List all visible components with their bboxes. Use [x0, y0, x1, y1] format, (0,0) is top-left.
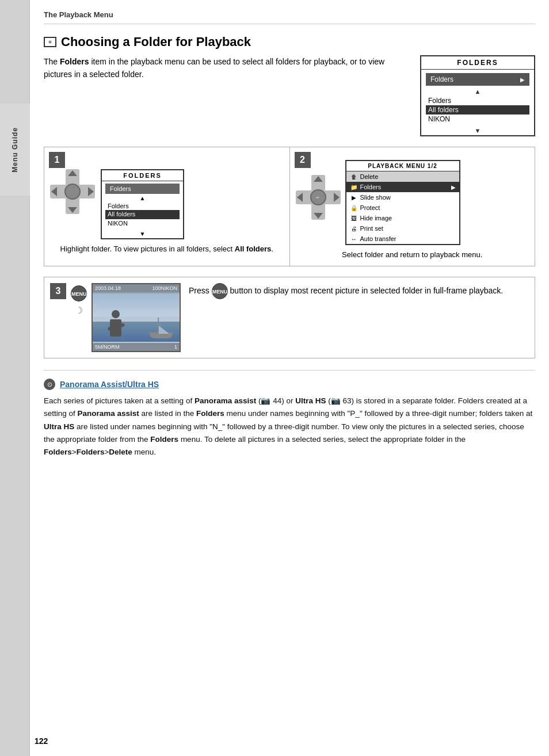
list-item: Folders	[426, 96, 529, 105]
folders-arrow-right: ▶	[520, 77, 525, 83]
dpad-up-arrow	[68, 170, 77, 176]
sidebar-tab: Menu Guide	[0, 104, 30, 196]
print-icon: 🖨	[350, 224, 358, 232]
hide-icon: 🖼	[350, 214, 358, 222]
folders-arrow-down: ▼	[421, 126, 534, 135]
panorama-bold-6: Folders	[150, 435, 178, 444]
fs-arrow-up: ▲	[102, 194, 183, 202]
panorama-bold-3: Panorama assist	[78, 409, 139, 418]
intro-bold: Folders	[60, 57, 89, 66]
step-3-left: 3 MENU ☽ 2003.04.18 100NIKON 15:35 0001.…	[50, 283, 181, 352]
intro-area: The Folders item in the playback menu ca…	[44, 55, 535, 136]
enter-icon: ↵	[171, 211, 177, 219]
cam-person	[105, 310, 126, 342]
dpad-right-arrow	[88, 187, 94, 196]
panorama-heading: ⊙ Panorama Assist/Ultra HS	[44, 379, 535, 390]
panorama-bold-5: Ultra HS	[44, 422, 74, 431]
dpad-down-arrow	[314, 213, 323, 219]
folders-preview-selected: Folders ▶	[426, 73, 529, 86]
step-1-content: FOLDERS Folders ▲ Folders All folders ↵ …	[50, 155, 284, 239]
step-2-number: 2	[295, 152, 311, 168]
header-title: The Playback Menu	[44, 10, 113, 19]
folders-selected-label: Folders	[430, 75, 453, 83]
intro-text: The Folders item in the playback menu ca…	[44, 55, 409, 136]
menu-btn-reference: MENU	[212, 283, 228, 299]
panorama-body: Each series of pictures taken at a setti…	[44, 395, 535, 459]
slideshow-icon: ▶	[350, 193, 358, 201]
menu-button: MENU	[71, 285, 87, 301]
fs-item-label: All folders	[108, 211, 135, 219]
folders-icon: 📁	[350, 183, 358, 191]
pb-label: Hide image	[360, 215, 456, 222]
step-3-number: 3	[50, 283, 66, 299]
list-item: NIKON	[426, 114, 529, 124]
cam-folder: 100NIKON	[152, 285, 177, 291]
pb-item-print: 🖨 Print set	[346, 223, 459, 234]
pb-label: Protect	[360, 204, 456, 211]
pb-item-slideshow: ▶ Slide show	[346, 192, 459, 203]
folders-arrow-up: ▲	[421, 87, 534, 96]
folders-preview-box: FOLDERS Folders ▶ ▲ Folders All folders …	[420, 55, 535, 136]
dpad-center-button: ↵	[310, 189, 326, 205]
dpad-center-button	[64, 184, 81, 200]
step-1-box: 1 FOLDERS Folders	[44, 147, 290, 266]
pb-title: PLAYBACK MENU 1/2	[346, 161, 459, 171]
cam-footer: 5M/NORM 1	[93, 343, 180, 351]
list-item: All folders	[426, 105, 529, 114]
sidebar: Menu Guide	[0, 0, 30, 756]
panorama-bold-7: Folders	[44, 448, 72, 456]
folders-list: Folders All folders NIKON	[421, 96, 534, 126]
fs-item: NIKON	[105, 219, 180, 227]
step-2-content: ↵ PLAYBACK MENU 1/2 🗑 Delete 📁 Folders ▶	[296, 156, 529, 245]
panorama-icon: ⊙	[44, 379, 55, 390]
step-3-caption: Press MENU button to display most recent…	[189, 283, 529, 299]
panorama-bold-2: Ultra HS	[295, 396, 326, 405]
pb-item-transfer: ↔ Auto transfer	[346, 234, 459, 244]
step-2-caption: Select folder and return to playback men…	[296, 250, 529, 260]
camera-preview-screen: 2003.04.18 100NIKON 15:35 0001.JPG	[92, 283, 181, 352]
folders-preview-title: FOLDERS	[421, 56, 534, 70]
fs-selected-item: Folders	[105, 184, 180, 194]
pb-label: Folders	[360, 184, 449, 190]
steps-row-1-2: 1 FOLDERS Folders	[44, 147, 535, 266]
dpad-right-arrow	[334, 193, 340, 202]
page-header: The Playback Menu	[44, 10, 535, 24]
section-icon-symbol: ≡	[48, 39, 51, 45]
dpad-left-arrow	[51, 187, 57, 196]
dpad-left-arrow	[297, 193, 303, 202]
step-1-folders-screen: FOLDERS Folders ▲ Folders All folders ↵ …	[101, 169, 184, 239]
fs-arrow-down: ▼	[102, 230, 183, 238]
delete-icon: 🗑	[350, 173, 358, 181]
playback-menu-screen: PLAYBACK MENU 1/2 🗑 Delete 📁 Folders ▶ ▶…	[345, 160, 460, 245]
transfer-icon: ↔	[350, 235, 358, 243]
page-number: 122	[35, 736, 48, 746]
section-heading: ≡ Choosing a Folder for Playback	[44, 35, 535, 49]
cam-bottom-right: 1	[174, 344, 177, 350]
dpad-down-arrow	[68, 207, 77, 213]
cam-date: 2003.04.18	[95, 285, 121, 291]
step-2-box: 2 ↵ PLAYBACK MENU 1/2	[290, 147, 535, 266]
pb-item-folders: 📁 Folders ▶	[346, 182, 459, 192]
step-3-controls: MENU ☽	[71, 285, 87, 316]
panorama-title: Panorama Assist/Ultra HS	[60, 380, 159, 389]
panorama-bold-4: Folders	[196, 409, 224, 418]
fs-title: FOLDERS	[102, 170, 183, 181]
step-1-number: 1	[49, 152, 65, 168]
section-title: Choosing a Folder for Playback	[61, 35, 251, 49]
panorama-bold-9: Delete	[109, 448, 132, 456]
pb-label: Auto transfer	[360, 235, 456, 242]
sidebar-label: Menu Guide	[11, 127, 19, 173]
panorama-bold-1: Panorama assist	[195, 396, 256, 405]
pb-item-delete: 🗑 Delete	[346, 171, 459, 182]
step-2-dpad: ↵	[296, 175, 341, 220]
fs-item: Folders	[105, 202, 180, 210]
dpad-up-arrow	[314, 176, 323, 182]
enter-symbol: ↵	[316, 195, 320, 200]
section-icon: ≡	[44, 37, 56, 47]
main-content: The Playback Menu ≡ Choosing a Folder fo…	[30, 0, 549, 469]
cam-header: 2003.04.18 100NIKON	[93, 284, 180, 292]
fs-item-highlighted: All folders ↵	[105, 210, 180, 219]
pb-item-hide: 🖼 Hide image	[346, 213, 459, 223]
step-1-bold: All folders	[235, 245, 272, 253]
pb-arrow: ▶	[451, 184, 456, 190]
